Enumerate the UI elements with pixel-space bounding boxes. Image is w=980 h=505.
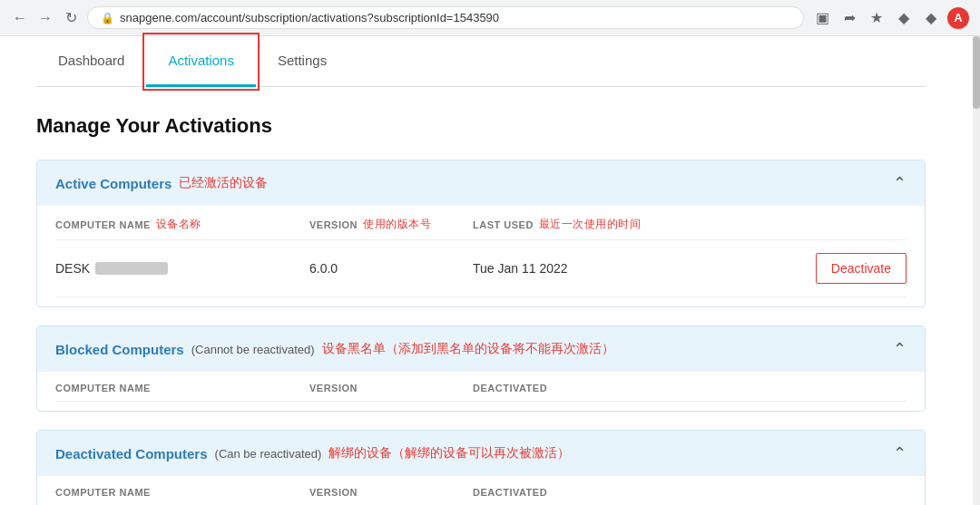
deactivated-col-computer-name: COMPUTER NAME xyxy=(55,487,309,498)
computer-name-cell: DESK xyxy=(55,261,309,276)
screenshot-icon[interactable]: ▣ xyxy=(811,7,833,29)
tab-settings[interactable]: Settings xyxy=(256,36,348,87)
table-row: DESK 6.0.0 Tue Jan 11 2022 Deactivate xyxy=(55,240,906,297)
blocked-computers-chevron: ⌃ xyxy=(893,339,906,359)
col-version-header: VERSION 使用的版本号 xyxy=(309,217,473,232)
col-computer-name-header: COMPUTER NAME 设备名称 xyxy=(55,217,309,232)
deactivated-computers-header-left: Deactivated Computers (Can be reactivate… xyxy=(55,445,570,461)
page-title: Manage Your Activations xyxy=(36,114,926,138)
deactivated-col-version: VERSION xyxy=(309,487,473,498)
blocked-computers-subtitle-red: 设备黑名单（添加到黑名单的设备将不能再次激活） xyxy=(322,341,614,357)
active-computers-chevron: ⌃ xyxy=(893,173,906,193)
deactivated-computers-subtitle-gray: (Can be reactivated) xyxy=(215,447,322,461)
extensions-icon[interactable]: ◆ xyxy=(893,7,915,29)
share-icon[interactable]: ➦ xyxy=(838,7,860,29)
deactivated-computers-table: COMPUTER NAME VERSION DEACTIVATED xyxy=(37,476,925,505)
active-computers-header-row: COMPUTER NAME 设备名称 VERSION 使用的版本号 LAST U… xyxy=(55,206,906,240)
account-avatar[interactable]: A xyxy=(947,7,969,29)
deactivated-computers-chevron: ⌃ xyxy=(893,443,906,463)
last-used-cell: Tue Jan 11 2022 xyxy=(473,261,709,276)
blocked-col-computer-name: COMPUTER NAME xyxy=(55,383,309,393)
action-cell: Deactivate xyxy=(709,253,906,284)
scrollbar-track[interactable] xyxy=(973,36,980,505)
deactivated-col-deactivated: DEACTIVATED xyxy=(473,487,709,498)
deactivate-button[interactable]: Deactivate xyxy=(816,253,906,284)
forward-button[interactable]: → xyxy=(36,9,54,27)
col-action-header xyxy=(709,217,906,232)
version-cell: 6.0.0 xyxy=(309,261,473,276)
blocked-computers-header[interactable]: Blocked Computers (Cannot be reactivated… xyxy=(37,326,925,372)
active-computers-table: COMPUTER NAME 设备名称 VERSION 使用的版本号 LAST U… xyxy=(37,206,925,306)
blocked-computers-header-left: Blocked Computers (Cannot be reactivated… xyxy=(55,341,614,357)
back-button[interactable]: ← xyxy=(11,9,29,27)
browser-chrome: ← → ↻ 🔒 snapgene.com/account/subscriptio… xyxy=(0,0,980,36)
tab-bar: Dashboard Activations Settings xyxy=(36,36,926,87)
active-computers-section: Active Computers 已经激活的设备 ⌃ COMPUTER NAME… xyxy=(36,160,926,307)
page-content: Dashboard Activations Settings Manage Yo… xyxy=(0,36,962,505)
blocked-computers-header-row: COMPUTER NAME VERSION DEACTIVATED xyxy=(55,372,906,402)
reload-button[interactable]: ↻ xyxy=(62,9,80,27)
computer-name-blurred xyxy=(95,262,168,275)
deactivated-computers-section: Deactivated Computers (Can be reactivate… xyxy=(36,430,926,505)
deactivated-computers-title: Deactivated Computers xyxy=(55,446,208,461)
deactivated-computers-subtitle-red: 解绑的设备（解绑的设备可以再次被激活） xyxy=(328,445,570,461)
blocked-col-version: VERSION xyxy=(309,383,473,393)
browser-toolbar: ▣ ➦ ★ ◆ ◆ A xyxy=(811,7,969,29)
deactivated-computers-header-row: COMPUTER NAME VERSION DEACTIVATED xyxy=(55,476,906,505)
col-last-used-header: LAST USED 最近一次使用的时间 xyxy=(473,217,709,232)
active-computers-header-left: Active Computers 已经激活的设备 xyxy=(55,175,268,191)
deactivated-computers-header[interactable]: Deactivated Computers (Can be reactivate… xyxy=(37,431,925,476)
active-computers-title: Active Computers xyxy=(55,176,172,191)
tab-activations[interactable]: Activations xyxy=(146,36,256,87)
tab-dashboard[interactable]: Dashboard xyxy=(36,36,146,87)
bookmark-icon[interactable]: ★ xyxy=(866,7,887,29)
blocked-computers-title: Blocked Computers xyxy=(55,342,184,357)
blocked-computers-section: Blocked Computers (Cannot be reactivated… xyxy=(36,325,926,412)
active-computers-subtitle: 已经激活的设备 xyxy=(179,175,268,191)
active-computers-header[interactable]: Active Computers 已经激活的设备 ⌃ xyxy=(37,160,925,206)
blocked-computers-table: COMPUTER NAME VERSION DEACTIVATED xyxy=(37,372,925,411)
puzzle-icon[interactable]: ◆ xyxy=(920,7,942,29)
computer-name-prefix: DESK xyxy=(55,261,90,276)
scrollbar-thumb[interactable] xyxy=(973,36,980,109)
blocked-col-deactivated: DEACTIVATED xyxy=(473,383,709,393)
address-bar[interactable]: 🔒 snapgene.com/account/subscription/acti… xyxy=(87,6,804,29)
lock-icon: 🔒 xyxy=(101,12,114,24)
url-text: snapgene.com/account/subscription/activa… xyxy=(120,11,499,24)
blocked-computers-subtitle-gray: (Cannot be reactivated) xyxy=(191,343,315,356)
